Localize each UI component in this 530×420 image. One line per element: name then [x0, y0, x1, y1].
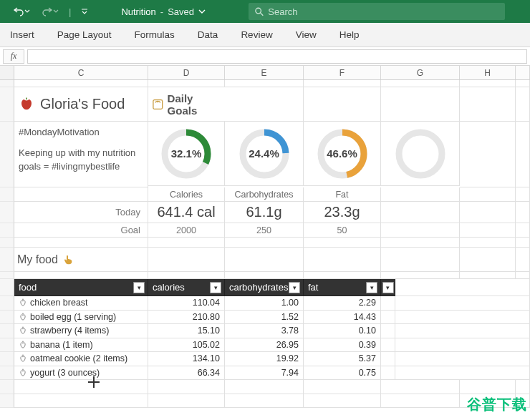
col-header-f[interactable]: F: [304, 66, 381, 79]
col-header-g[interactable]: G: [381, 66, 460, 79]
select-all-cell[interactable]: [0, 66, 14, 79]
tab-formulas[interactable]: Formulas: [135, 29, 175, 40]
filter-button[interactable]: ▾: [366, 282, 377, 293]
food-calories[interactable]: 66.34: [148, 366, 225, 381]
goal-fat: 50: [304, 223, 381, 238]
food-fat[interactable]: 0.39: [304, 338, 381, 353]
row-gutter[interactable]: [0, 122, 14, 187]
row-gutter[interactable]: [0, 202, 14, 223]
row-gutter[interactable]: [0, 279, 14, 296]
row-gutter[interactable]: [0, 324, 14, 338]
formula-input[interactable]: [27, 49, 527, 64]
gauge-calories: 32.1%: [148, 122, 225, 186]
chevron-down-icon[interactable]: [198, 8, 206, 15]
tab-data[interactable]: Data: [198, 29, 218, 40]
row-gutter[interactable]: [0, 338, 14, 353]
tab-help[interactable]: Help: [339, 29, 360, 40]
row-gutter[interactable]: [0, 248, 14, 272]
tab-page-layout[interactable]: Page Layout: [57, 29, 112, 40]
gauge-fat: 46.6%: [304, 122, 381, 186]
row-gutter[interactable]: [0, 238, 14, 248]
food-fat[interactable]: 0.10: [304, 324, 381, 338]
food-calories[interactable]: 134.10: [148, 352, 225, 366]
filter-button[interactable]: ▾: [382, 282, 394, 293]
food-carbs[interactable]: 19.92: [225, 352, 304, 366]
food-name-cell[interactable]: yogurt (3 ounces): [14, 366, 148, 381]
row-gutter[interactable]: [0, 187, 14, 202]
food-calories[interactable]: 110.04: [148, 296, 225, 311]
row-gutter[interactable]: [0, 80, 14, 87]
col-header-c[interactable]: C: [14, 66, 148, 79]
row-gutter[interactable]: [0, 272, 14, 279]
row-gutter[interactable]: [0, 87, 14, 122]
today-carbs: 61.1g: [225, 202, 304, 223]
food-calories[interactable]: 210.80: [148, 311, 225, 325]
food-carbs[interactable]: 3.78: [225, 324, 304, 338]
tab-view[interactable]: View: [296, 29, 317, 40]
filter-button[interactable]: ▾: [210, 282, 221, 293]
th-fat: fat: [308, 282, 318, 293]
col-header-end[interactable]: [516, 66, 530, 79]
row-gutter[interactable]: [0, 366, 14, 381]
note-text: #MondayMotivation Keeping up with my nut…: [14, 122, 148, 187]
food-name-cell[interactable]: boiled egg (1 serving): [14, 311, 148, 325]
save-state: Saved: [168, 6, 194, 17]
note-line1: #MondayMotivation: [19, 126, 100, 140]
food-carbs[interactable]: 7.94: [225, 366, 304, 381]
table-header-carbs[interactable]: carbohydrates ▾: [225, 279, 304, 296]
table-row: boiled egg (1 serving)210.801.5214.43: [0, 311, 530, 325]
row-gutter[interactable]: [0, 352, 14, 366]
goals-title: Daily Goals: [148, 87, 225, 122]
col-header-d[interactable]: D: [148, 66, 225, 79]
quick-access: |: [0, 4, 92, 19]
svg-point-0: [256, 8, 261, 14]
food-carbs[interactable]: 1.00: [225, 296, 304, 311]
spreadsheet-grid[interactable]: Gloria's Food Daily Goals #MondayMotivat…: [0, 80, 530, 408]
food-fat[interactable]: 5.37: [304, 352, 381, 366]
food-name: chicken breast: [30, 298, 88, 308]
food-name-cell[interactable]: banana (1 item): [14, 338, 148, 353]
food-item-icon: [19, 354, 27, 363]
food-carbs[interactable]: 26.95: [225, 338, 304, 353]
row-gutter[interactable]: [0, 394, 14, 409]
food-fat[interactable]: 0.75: [304, 366, 381, 381]
food-calories[interactable]: 15.10: [148, 324, 225, 338]
food-carbs[interactable]: 1.52: [225, 311, 304, 325]
row-gutter[interactable]: [0, 380, 14, 394]
redo-button[interactable]: [37, 4, 63, 19]
table-header-food[interactable]: food ▾: [14, 279, 148, 296]
food-fat[interactable]: 14.43: [304, 311, 381, 325]
filter-button[interactable]: ▾: [289, 282, 300, 293]
food-calories[interactable]: 105.02: [148, 338, 225, 353]
label-fat: Fat: [304, 187, 381, 202]
food-fat[interactable]: 2.29: [304, 296, 381, 311]
food-name-cell[interactable]: strawberry (4 items): [14, 324, 148, 338]
gauge-extra-pct: [394, 127, 447, 180]
table-row: strawberry (4 items)15.103.780.10: [0, 324, 530, 338]
row-gutter[interactable]: [0, 223, 14, 238]
goal-label: Goal: [14, 223, 148, 238]
table-header-extra[interactable]: ▾: [381, 279, 395, 296]
tab-insert[interactable]: Insert: [10, 29, 34, 40]
undo-button[interactable]: [9, 4, 34, 19]
row-gutter[interactable]: [0, 296, 14, 311]
search-input[interactable]: [268, 6, 499, 17]
row-gutter[interactable]: [0, 311, 14, 325]
food-name: strawberry (4 items): [30, 326, 109, 336]
fx-button[interactable]: fx: [3, 49, 24, 64]
tab-review[interactable]: Review: [241, 29, 272, 40]
filter-button[interactable]: ▾: [133, 282, 145, 293]
table-header-fat[interactable]: fat ▾: [304, 279, 381, 296]
gauge-fat-pct: 46.6%: [316, 127, 369, 180]
food-name: oatmeal cookie (2 items): [30, 353, 127, 363]
search-box[interactable]: [249, 3, 505, 20]
food-name-cell[interactable]: chicken breast: [14, 296, 148, 311]
qat-customize[interactable]: [77, 6, 92, 16]
page-title: Gloria's Food: [14, 87, 148, 122]
col-header-e[interactable]: E: [225, 66, 304, 79]
table-row: oatmeal cookie (2 items)134.1019.925.37: [0, 352, 530, 366]
col-header-h[interactable]: H: [460, 66, 516, 79]
food-name-cell[interactable]: oatmeal cookie (2 items): [14, 352, 148, 366]
table-header-calories[interactable]: calories ▾: [148, 279, 225, 296]
label-calories: Calories: [148, 187, 225, 202]
